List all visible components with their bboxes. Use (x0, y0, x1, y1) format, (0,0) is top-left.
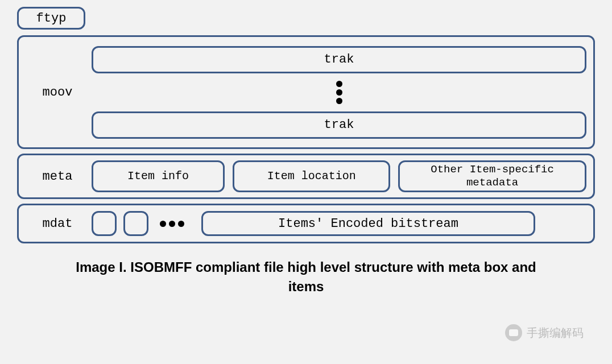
trak-label-1: trak (324, 52, 354, 67)
meta-content: Item info Item location Other Item-speci… (92, 160, 586, 192)
item-other-box: Other Item-specific metadata (398, 160, 586, 192)
ftyp-box: ftyp (17, 7, 85, 30)
bitstream-label: Items' Encoded bitstream (278, 217, 458, 231)
wechat-icon (505, 324, 522, 341)
mdat-content: Items' Encoded bitstream (92, 211, 586, 236)
mdat-chunk-2 (123, 211, 148, 236)
bitstream-box: Items' Encoded bitstream (201, 211, 535, 236)
item-location-box: Item location (233, 160, 390, 192)
mdat-box: mdat Items' Encoded bitstream (17, 204, 595, 243)
moov-box: moov trak trak (17, 35, 595, 149)
mdat-chunk-1 (92, 211, 117, 236)
watermark: 手撕编解码 (505, 324, 584, 341)
mdat-label: mdat (23, 217, 92, 231)
horizontal-ellipsis-icon (160, 221, 184, 227)
trak-label-2: trak (324, 118, 354, 132)
item-info-box: Item info (92, 160, 225, 192)
trak-box-1: trak (92, 46, 586, 73)
meta-box: meta Item info Item location Other Item-… (17, 154, 595, 199)
meta-label: meta (23, 169, 92, 184)
moov-content: trak trak (92, 46, 586, 139)
item-other-label: Other Item-specific metadata (407, 163, 578, 189)
ftyp-label: ftyp (36, 11, 67, 26)
moov-label: moov (23, 85, 92, 100)
vertical-ellipsis-icon (92, 77, 586, 108)
item-info-label: Item info (127, 169, 189, 183)
watermark-text: 手撕编解码 (527, 325, 584, 341)
trak-box-2: trak (92, 111, 586, 139)
item-location-label: Item location (267, 169, 356, 183)
figure-caption: Image I. ISOBMFF compliant file high lev… (17, 258, 595, 296)
